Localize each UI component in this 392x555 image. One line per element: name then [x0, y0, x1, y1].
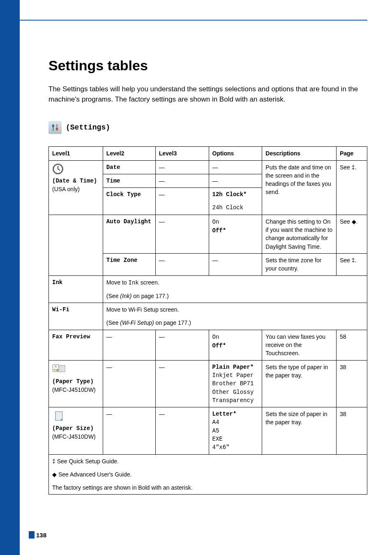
paper-type-label: (Paper Type): [52, 378, 94, 385]
row-timezone: Time Zone — — Sets the time zone for you…: [49, 253, 367, 275]
cell-l2: Date: [103, 160, 155, 174]
table-header-row: Level1 Level2 Level3 Options Description…: [49, 147, 367, 160]
cell-desc: Sets the size of paper in the paper tray…: [262, 407, 337, 454]
cell-opt: —: [209, 253, 262, 275]
opt: 4"x6": [212, 444, 230, 451]
txt: (Ink): [120, 293, 131, 299]
cell-desc: You can view faxes you receive on the To…: [262, 330, 337, 360]
row-footnote-c: The factory settings are shown in Bold w…: [49, 481, 367, 495]
opt: Transparency: [212, 397, 254, 404]
cell-l2: Auto Daylight: [103, 215, 155, 253]
svg-point-3: [56, 128, 58, 130]
cell-l2: —: [103, 360, 155, 407]
settings-heading: (Settings): [48, 121, 367, 134]
opt-off: Off*: [212, 227, 226, 234]
cell-l3: —: [155, 160, 209, 174]
svg-rect-10: [60, 365, 65, 371]
intro-text: The Settings tables will help you unders…: [48, 84, 367, 104]
page-number: 138: [29, 531, 46, 539]
row-ink-1: Ink Move to Ink screen.: [49, 275, 367, 289]
row-date: (Date & Time) (USA only) Date — — Puts t…: [49, 160, 367, 174]
cell-paper-type: A (Paper Type) (MFC-J4510DW): [49, 360, 103, 407]
cell-empty: [49, 253, 103, 275]
row-auto-daylight: Auto Daylight — On Off* Change this sett…: [49, 215, 367, 253]
cell-page: 58: [336, 330, 367, 360]
row-wifi-1: Wi-Fi Move to Wi-Fi Setup screen.: [49, 303, 367, 317]
txt: Move to: [106, 279, 129, 286]
txt: (See: [106, 319, 120, 326]
left-blue-strip: [0, 0, 20, 555]
th-level2: Level2: [103, 147, 155, 160]
cell-desc: Sets the type of paper in the paper tray…: [262, 360, 337, 407]
cell-l2: Time Zone: [103, 253, 155, 275]
row-fax: Fax Preview — — On Off* You can view fax…: [49, 330, 367, 360]
footnote-b: ◆ See Advanced User's Guide.: [49, 468, 367, 481]
cell-wifi: Wi-Fi: [49, 303, 103, 330]
clock-icon: [52, 163, 64, 175]
cell-l2: —: [103, 330, 155, 360]
cell-ink-line1: Move to Ink screen.: [103, 275, 367, 289]
cell-wifi-line1: Move to Wi-Fi Setup screen.: [103, 303, 367, 317]
cell-l3: —: [155, 253, 209, 275]
cell-l2: Time: [103, 174, 155, 187]
model-label: (MFC-J4510DW): [52, 433, 96, 440]
txt: (Wi-Fi Setup): [120, 319, 154, 326]
cell-page: 38: [336, 360, 367, 407]
th-level3: Level3: [155, 147, 209, 160]
cell-desc: Change this setting to On if you want th…: [262, 215, 337, 253]
opt: Letter*: [212, 411, 237, 417]
txt: on page 177.): [154, 319, 191, 326]
cell-opt: On Off*: [209, 215, 262, 253]
cell-opt: —: [209, 174, 262, 187]
opt: Plain Paper*: [212, 364, 254, 370]
paper-type-icon: A: [52, 363, 66, 375]
cell-page: See ‡.: [336, 253, 367, 275]
cell-desc: Puts the date and time on the screen and…: [262, 160, 337, 215]
page-number-accent: [29, 531, 35, 539]
row-footnote-b: ◆ See Advanced User's Guide.: [49, 468, 367, 481]
row-paper-type: A (Paper Type) (MFC-J4510DW) — — Plain P…: [49, 360, 367, 407]
cell-ink-line2: (See (Ink) on page 177.): [103, 289, 367, 303]
opt-on: On: [212, 219, 219, 225]
cell-opt: —: [209, 160, 262, 174]
settings-icon: [48, 121, 62, 134]
opt: A5: [212, 428, 219, 434]
svg-point-2: [52, 125, 55, 127]
settings-table: Level1 Level2 Level3 Options Description…: [48, 146, 367, 495]
page-title: Settings tables: [48, 58, 367, 74]
th-page: Page: [336, 147, 367, 160]
opt: A4: [212, 419, 219, 426]
opt-off: Off*: [212, 342, 226, 349]
footnote-a: ‡ See Quick Setup Guide.: [49, 454, 367, 468]
cell-opt: 24h Clock: [209, 201, 262, 215]
page-number-text: 138: [36, 532, 46, 539]
cell-paper-size: (Paper Size) (MFC-J4510DW): [49, 407, 103, 454]
cell-l3: —: [155, 360, 209, 407]
usa-only-label: (USA only): [52, 186, 80, 192]
th-descriptions: Descriptions: [262, 147, 337, 160]
opt: Inkjet Paper: [212, 372, 254, 379]
cell-page: See ‡.: [336, 160, 367, 215]
cell-opt: On Off*: [209, 330, 262, 360]
cell-opt: Plain Paper* Inkjet Paper Brother BP71 O…: [209, 360, 262, 407]
date-time-label: (Date & Time): [52, 178, 97, 184]
cell-l3: —: [155, 407, 209, 454]
settings-heading-label: (Settings): [66, 123, 110, 132]
cell-wifi-line2: (See (Wi-Fi Setup) on page 177.): [103, 316, 367, 330]
opt: Brother BP71: [212, 380, 254, 387]
cell-page: See ◆.: [336, 215, 367, 253]
opt: Other Glossy: [212, 389, 254, 395]
paper-size-icon: [52, 410, 66, 422]
cell-l3: —: [155, 174, 209, 187]
txt: (See: [106, 293, 120, 299]
opt-on: On: [212, 334, 219, 340]
cell-opt: Letter* A4 A5 EXE 4"x6": [209, 407, 262, 454]
th-level1: Level1: [49, 147, 103, 160]
txt: Ink: [129, 280, 139, 286]
opt: EXE: [212, 436, 223, 442]
row-paper-size: (Paper Size) (MFC-J4510DW) — — Letter* A…: [49, 407, 367, 454]
cell-l2: —: [103, 407, 155, 454]
cell-fax: Fax Preview: [49, 330, 103, 360]
corner-square: [0, 0, 20, 20]
cell-desc: Sets the time zone for your country.: [262, 253, 337, 275]
